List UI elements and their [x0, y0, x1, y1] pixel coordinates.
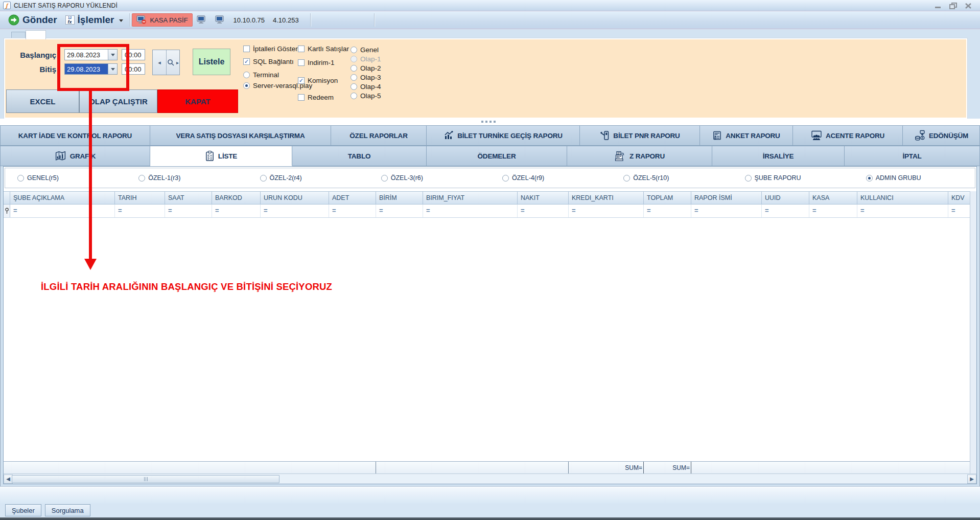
close-button[interactable]	[965, 3, 973, 9]
column-header-şube-açiklama[interactable]: ŞUBE AÇIKLAMA	[10, 191, 115, 205]
filter-cell[interactable]: =	[261, 205, 329, 217]
column-header-toplam[interactable]: TOPLAM	[644, 191, 691, 205]
hidden-tab[interactable]	[11, 32, 26, 39]
tab-kart-i-ade-ve-kontrol-raporu[interactable]: KART İADE VE KONTROL RAPORU	[0, 125, 150, 146]
hidden-tab-selected[interactable]	[26, 30, 46, 39]
horizontal-scrollbar[interactable]: ◀ ▶	[4, 473, 976, 484]
summary-cell	[809, 462, 857, 473]
report-radio-genel-r5-[interactable]: GENEL(r5)	[5, 174, 126, 182]
baslangic-time-field[interactable]: 00:00	[122, 49, 145, 60]
vertical-scrollbar[interactable]	[970, 191, 976, 473]
restore-button[interactable]	[949, 3, 958, 9]
filter-cell[interactable]: =	[644, 205, 691, 217]
listele-button[interactable]: Listele	[193, 49, 230, 75]
radio-label: ÖZEL-4(r9)	[512, 174, 544, 182]
report-radio-özel-2-r4-[interactable]: ÖZEL-2(r4)	[248, 174, 369, 182]
column-header-rapor-i-smi-[interactable]: RAPOR İSMİ	[691, 191, 762, 205]
checkbox-icon	[298, 46, 305, 52]
kartli-satislar-checkbox[interactable]: Kartlı Satışlar	[298, 44, 349, 53]
column-header-tarih[interactable]: TARIH	[115, 191, 165, 205]
tab-ödemeler[interactable]: ÖDEMELER	[427, 146, 567, 166]
splitter[interactable]	[0, 119, 980, 125]
olap-4-radio[interactable]: Olap-4	[351, 82, 381, 91]
olap-calistir-button[interactable]: OLAP ÇALIŞTIR	[79, 89, 157, 113]
filter-cell[interactable]: =	[10, 205, 115, 217]
tab-tablo[interactable]: TABLO	[292, 146, 427, 166]
report-radio-özel-5-r10-[interactable]: ÖZEL-5(r10)	[611, 174, 732, 182]
column-header-uuid[interactable]: UUID	[762, 191, 809, 205]
client-computer-1[interactable]	[193, 12, 211, 28]
bitis-time-field[interactable]: 00:00	[122, 63, 145, 75]
column-header-bi-ri-m[interactable]: BİRİM	[376, 191, 423, 205]
tab-özel-raporlar[interactable]: ÖZEL RAPORLAR	[331, 125, 427, 146]
filter-cell[interactable]: =	[857, 205, 948, 217]
filter-cell[interactable]: =	[212, 205, 261, 217]
radio-icon	[351, 65, 357, 72]
olap-5-radio[interactable]: Olap-5	[351, 92, 381, 100]
column-header-kasa[interactable]: KASA	[809, 191, 857, 205]
checkbox-icon	[298, 59, 305, 66]
tab-vera-satiş-dosyasi-karşilaştirma[interactable]: VERA SATIŞ DOSYASI KARŞILAŞTIRMA	[150, 125, 331, 146]
olap-2-radio[interactable]: Olap-2	[351, 64, 381, 72]
tab-bi-let-pnr-raporu[interactable]: BİLET PNR RAPORU	[580, 125, 700, 146]
filter-cell[interactable]: =	[376, 205, 423, 217]
filter-cell[interactable]: =	[762, 205, 809, 217]
tab-i-rsali-ye[interactable]: İRSALİYE	[712, 146, 845, 166]
filter-cell[interactable]: =	[518, 205, 569, 217]
filter-cell[interactable]: =	[329, 205, 376, 217]
komisyon-checkbox[interactable]: Komisyon	[298, 76, 338, 84]
report-radio-özel-4-r9-[interactable]: ÖZEL-4(r9)	[490, 174, 611, 182]
column-header-nakit[interactable]: NAKIT	[518, 191, 569, 205]
column-header-barkod[interactable]: BARKOD	[212, 191, 261, 205]
tab-z-raporu[interactable]: Z RAPORU	[567, 146, 712, 166]
report-radio-özel-3-r6-[interactable]: ÖZEL-3(r6)	[369, 174, 490, 182]
tab-acente-raporu[interactable]: ACENTE RAPORU	[793, 125, 903, 146]
bitis-date-picker[interactable]: 29.08.2023	[64, 63, 118, 75]
iptalleri-goster-checkbox[interactable]: İptalleri Göster	[243, 44, 298, 53]
filter-cell[interactable]: =	[165, 205, 212, 217]
sql-baglanti-checkbox[interactable]: SQL Bağlantı	[243, 57, 294, 65]
column-header-saat[interactable]: SAAT	[165, 191, 212, 205]
report-radio-özel-1-r3-[interactable]: ÖZEL-1(r3)	[126, 174, 247, 182]
report-radio-şube-raporu[interactable]: ŞUBE RAPORU	[733, 174, 854, 182]
kapat-button[interactable]: KAPAT	[157, 89, 238, 113]
tab-subeler[interactable]: Şubeler	[5, 504, 41, 516]
islemler-menu[interactable]: 12fx İşlemler	[61, 12, 128, 28]
redeem-checkbox[interactable]: Redeem	[298, 93, 334, 101]
column-header-kullanici[interactable]: KULLANICI	[857, 191, 948, 205]
filter-cell[interactable]: =	[809, 205, 857, 217]
indirim-1-checkbox[interactable]: Indirim-1	[298, 58, 335, 66]
olap-3-radio[interactable]: Olap-3	[351, 73, 381, 81]
filter-cell[interactable]: =	[115, 205, 165, 217]
tab-anket-raporu[interactable]: ANKET RAPORU	[700, 125, 793, 146]
chevron-down-icon[interactable]	[108, 64, 117, 74]
chevron-down-icon[interactable]	[108, 50, 117, 60]
scrollbar-thumb[interactable]	[12, 475, 279, 483]
filter-cell[interactable]: =	[423, 205, 518, 217]
report-radio-admin-grubu[interactable]: ADMIN GRUBU	[854, 174, 975, 182]
filter-pin-icon[interactable]	[4, 205, 10, 217]
tab-grafi-k[interactable]: GRAFİK	[0, 146, 150, 166]
tab-i-ptal[interactable]: İPTAL	[845, 146, 980, 166]
search-button[interactable]: ▸	[166, 50, 179, 75]
column-header-birim_fiyat[interactable]: BIRIM_FIYAT	[423, 191, 518, 205]
column-header-kredi_karti[interactable]: KREDI_KARTI	[569, 191, 644, 205]
baslangic-date-picker[interactable]: 29.08.2023	[64, 49, 118, 60]
gonder-button[interactable]: Gönder	[4, 12, 61, 28]
kasa-pasif-button[interactable]: KASA PASİF	[132, 13, 192, 27]
scroll-right-arrow[interactable]: ▶	[967, 474, 976, 484]
filter-cell[interactable]: =	[691, 205, 762, 217]
terminal-radio[interactable]: Terminal	[243, 71, 279, 79]
column-header-urun-kodu[interactable]: URUN KODU	[261, 191, 329, 205]
column-header-adet[interactable]: ADET	[329, 191, 376, 205]
tab-edönüşüm[interactable]: EDÖNÜŞÜM	[903, 125, 980, 146]
minimize-button[interactable]	[934, 3, 942, 9]
tab-bi-let-turni-ke-geçi-ş-raporu[interactable]: BİLET TURNİKE GEÇİŞ RAPORU	[427, 125, 580, 146]
tab-sorgulama[interactable]: Sorgulama	[45, 504, 90, 516]
excel-button[interactable]: EXCEL	[6, 89, 79, 113]
client-computer-2[interactable]	[211, 12, 229, 28]
genel-radio[interactable]: Genel	[351, 46, 379, 54]
nav-prev-button[interactable]: ◂	[153, 50, 166, 75]
filter-cell[interactable]: =	[569, 205, 644, 217]
tab-li-ste[interactable]: LİSTE	[150, 146, 292, 166]
